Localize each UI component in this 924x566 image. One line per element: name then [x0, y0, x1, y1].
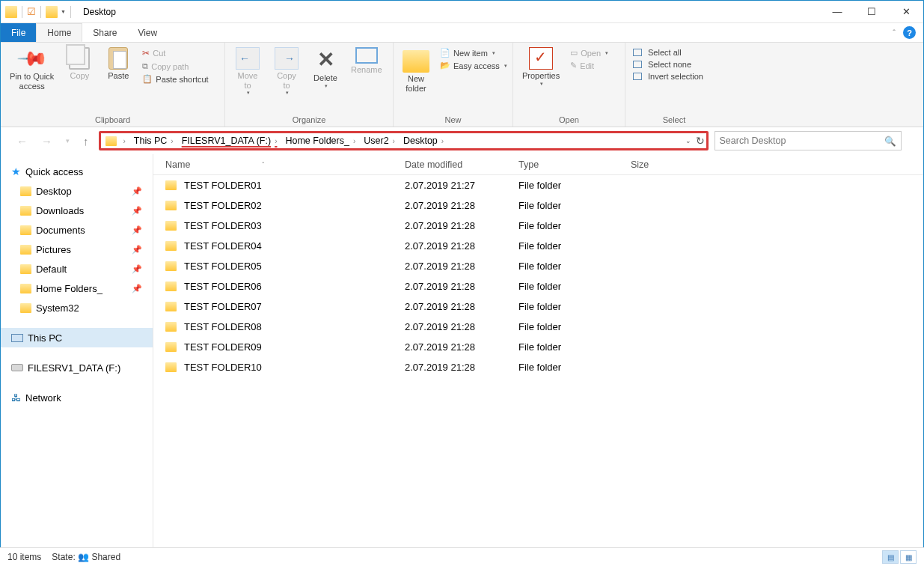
content-area: ★Quick access Desktop📌Downloads📌Document… — [1, 154, 923, 559]
tab-home[interactable]: Home — [36, 23, 82, 42]
sidebar-item-desktop[interactable]: Desktop📌 — [1, 181, 153, 201]
file-name: TEST FOLDER05 — [184, 261, 262, 272]
table-row[interactable]: TEST FOLDER052.07.2019 21:28File folder — [153, 256, 923, 276]
group-label-clipboard: Clipboard — [5, 114, 220, 127]
sidebar-item-label: Desktop — [36, 186, 72, 197]
forward-button[interactable]: → — [37, 135, 56, 147]
sidebar-item-documents[interactable]: Documents📌 — [1, 220, 153, 240]
easy-access-button[interactable]: 📂Easy access▾ — [437, 60, 510, 71]
view-details-button[interactable]: ▤ — [882, 550, 899, 564]
open-icon: ▭ — [570, 48, 578, 58]
sidebar-network[interactable]: 🖧Network — [1, 388, 153, 407]
sidebar-item-downloads[interactable]: Downloads📌 — [1, 201, 153, 220]
delete-button[interactable]: ✕Delete▾ — [308, 46, 343, 91]
crumb-home-folders[interactable]: Home Folders_› — [284, 136, 361, 146]
back-button[interactable]: ← — [13, 135, 31, 147]
address-dropdown-icon[interactable]: ⌄ — [685, 137, 691, 144]
table-row[interactable]: TEST FOLDER092.07.2019 21:28File folder — [153, 337, 923, 357]
copy-to-button[interactable]: Copy to▾ — [269, 46, 305, 97]
qat-folder-icon[interactable] — [46, 6, 58, 18]
navigation-row: ← → ▾ ↑ › This PC› FILESRV1_DATA (F:)› H… — [1, 127, 923, 154]
rename-button[interactable]: Rename — [346, 46, 387, 76]
ribbon-collapse-icon[interactable]: ˆ — [893, 28, 896, 37]
table-row[interactable]: TEST FOLDER022.07.2019 21:28File folder — [153, 195, 923, 216]
edit-button[interactable]: ✎Edit — [567, 60, 611, 71]
file-date: 2.07.2019 21:28 — [405, 261, 518, 272]
copy-path-icon: ⧉ — [142, 61, 148, 71]
open-button[interactable]: ▭Open▾ — [567, 47, 611, 58]
tab-share[interactable]: Share — [82, 23, 127, 42]
qat-properties-icon[interactable]: ☑ — [27, 6, 36, 17]
table-row[interactable]: TEST FOLDER012.07.2019 21:27File folder — [153, 175, 923, 195]
new-folder-button[interactable]: New folder — [398, 46, 434, 94]
paste-shortcut-button[interactable]: 📋Paste shortcut — [139, 73, 211, 85]
select-all-button[interactable]: Select all — [630, 47, 706, 58]
app-folder-icon — [5, 6, 17, 18]
sidebar-item-default[interactable]: Default📌 — [1, 259, 153, 279]
refresh-button[interactable]: ↻ — [696, 135, 705, 147]
group-label-select: Select — [630, 114, 718, 127]
maximize-button[interactable]: ☐ — [854, 1, 889, 23]
table-row[interactable]: TEST FOLDER032.07.2019 21:28File folder — [153, 216, 923, 236]
crumb-user2[interactable]: User2› — [362, 136, 400, 146]
sidebar-item-system32[interactable]: System32 — [1, 298, 153, 317]
table-row[interactable]: TEST FOLDER082.07.2019 21:28File folder — [153, 317, 923, 337]
close-button[interactable]: ✕ — [889, 1, 923, 23]
sidebar-item-label: Pictures — [36, 244, 71, 255]
table-row[interactable]: TEST FOLDER072.07.2019 21:28File folder — [153, 296, 923, 317]
sidebar-drive[interactable]: FILESRV1_DATA (F:) — [1, 358, 153, 377]
qat-dropdown-icon[interactable]: ▼ — [61, 9, 66, 14]
file-name: TEST FOLDER08 — [184, 321, 262, 332]
file-name: TEST FOLDER01 — [184, 180, 262, 191]
paste-icon — [108, 47, 128, 70]
file-type: File folder — [518, 200, 631, 211]
folder-icon — [165, 322, 177, 332]
sidebar-this-pc[interactable]: This PC — [1, 328, 153, 347]
address-bar[interactable]: › This PC› FILESRV1_DATA (F:)› Home Fold… — [99, 131, 709, 150]
invert-selection-button[interactable]: Invert selection — [630, 71, 706, 82]
col-type[interactable]: Type — [518, 159, 631, 170]
table-row[interactable]: TEST FOLDER062.07.2019 21:28File folder — [153, 276, 923, 296]
new-item-button[interactable]: 📄New item▾ — [437, 47, 510, 58]
crumb-this-pc[interactable]: This PC› — [132, 136, 179, 146]
cut-button[interactable]: ✂Cut — [139, 47, 211, 59]
separator — [22, 6, 22, 18]
col-date[interactable]: Date modified — [405, 159, 518, 170]
folder-icon — [20, 303, 31, 313]
table-row[interactable]: TEST FOLDER042.07.2019 21:28File folder — [153, 236, 923, 256]
paste-button[interactable]: Paste — [100, 46, 136, 82]
help-icon[interactable]: ? — [903, 26, 916, 39]
table-row[interactable]: TEST FOLDER102.07.2019 21:28File folder — [153, 357, 923, 377]
file-view: Nameˆ Date modified Type Size TEST FOLDE… — [153, 154, 923, 559]
copy-path-button[interactable]: ⧉Copy path — [139, 61, 211, 72]
properties-button[interactable]: Properties▾ — [518, 46, 564, 88]
sidebar-quick-access[interactable]: ★Quick access — [1, 162, 153, 181]
folder-icon — [165, 180, 177, 190]
select-none-button[interactable]: Select none — [630, 59, 706, 70]
minimize-button[interactable]: — — [820, 1, 854, 23]
tab-view[interactable]: View — [127, 23, 168, 42]
pin-to-quick-access-button[interactable]: 📌 Pin to Quick access — [5, 46, 58, 92]
file-type: File folder — [518, 362, 631, 373]
recent-dropdown[interactable]: ▾ — [62, 137, 73, 144]
shared-icon: 👥 — [78, 552, 89, 562]
new-folder-icon — [403, 50, 429, 73]
up-button[interactable]: ↑ — [79, 135, 93, 147]
sidebar-item-pictures[interactable]: Pictures📌 — [1, 240, 153, 259]
col-name[interactable]: Nameˆ — [165, 159, 405, 170]
move-to-button[interactable]: Move to▾ — [230, 46, 266, 97]
col-size[interactable]: Size — [631, 159, 706, 170]
sidebar-item-label: System32 — [36, 302, 79, 314]
crumb-desktop[interactable]: Desktop› — [402, 136, 449, 146]
file-menu[interactable]: File — [1, 23, 36, 42]
crumb-drive[interactable]: FILESRV1_DATA (F:)› — [180, 136, 283, 146]
pc-icon — [11, 334, 23, 342]
file-name: TEST FOLDER10 — [184, 362, 262, 373]
status-bar: 10 items State: 👥 Shared ▤ ▦ — [0, 547, 924, 566]
copy-button[interactable]: Copy — [61, 46, 97, 82]
view-large-icons-button[interactable]: ▦ — [900, 550, 917, 564]
title-bar: ☑ ▼ Desktop — ☐ ✕ — [1, 1, 923, 23]
sidebar-item-home-folders-[interactable]: Home Folders_📌 — [1, 279, 153, 298]
select-all-icon — [633, 49, 642, 56]
search-input[interactable]: Search Desktop 🔍 — [715, 131, 902, 150]
